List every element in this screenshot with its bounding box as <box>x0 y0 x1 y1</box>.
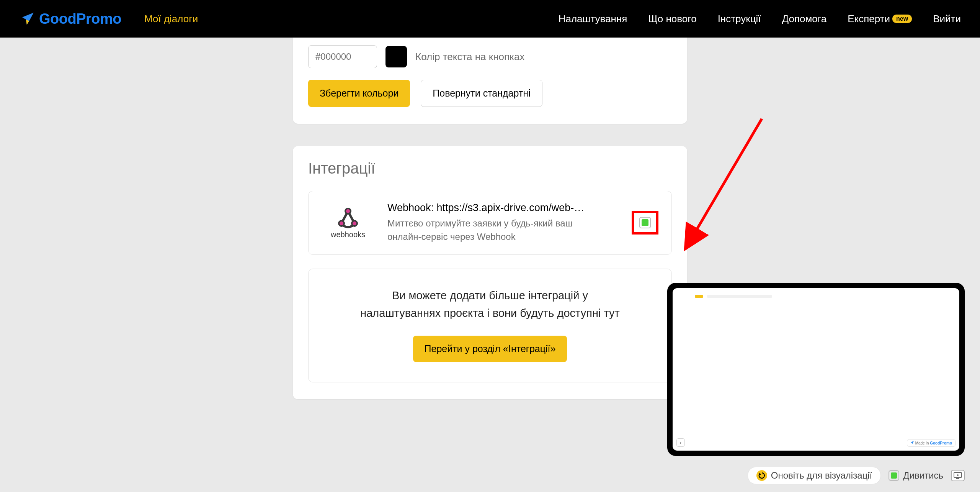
nav-right: Налаштування Що нового Інструкції Допомо… <box>559 13 961 25</box>
webhooks-icon: webhooks <box>319 207 377 239</box>
brand-prefix: Made in <box>915 441 929 445</box>
nav-settings[interactable]: Налаштування <box>559 13 627 25</box>
svg-point-4 <box>340 221 343 225</box>
go-to-integrations-button[interactable]: Перейти у розділ «Інтеграції» <box>413 336 567 362</box>
save-colors-button[interactable]: Зберегти кольори <box>308 80 410 107</box>
webhook-integration-item[interactable]: webhooks Webhook: https://s3.apix-drive.… <box>308 191 672 255</box>
color-row: Колір текста на кнопках <box>308 45 672 68</box>
more-line1: Ви можете додати більше інтеграцій у <box>392 289 588 302</box>
nav-experts-label: Експерти <box>848 13 890 25</box>
nav-experts[interactable]: Експерти new <box>848 13 912 25</box>
webhook-enable-checkbox[interactable] <box>639 217 651 228</box>
nav-instructions[interactable]: Інструкції <box>718 13 761 25</box>
checkbox-checked-icon <box>642 219 648 226</box>
brand-name: GoodPromo <box>930 441 952 445</box>
bottom-toolbar: Оновіть для візуалізації Дивитись <box>748 467 965 484</box>
more-line2: налаштуваннях проєкта і вони будуть дост… <box>360 307 620 319</box>
view-status-icon <box>889 470 899 481</box>
integrations-title: Інтеграції <box>308 160 672 177</box>
webhook-desc: Миттєво отримуйте заявки у будь-який ваш… <box>387 217 602 244</box>
device-preview-button[interactable] <box>951 470 965 481</box>
view-toggle[interactable]: Дивитись <box>889 470 943 481</box>
nav-help[interactable]: Допомога <box>782 13 827 25</box>
svg-point-3 <box>346 209 350 213</box>
color-buttons-row: Зберегти кольори Повернути стандартні <box>308 80 672 107</box>
more-integrations-card: Ви можете додати більше інтеграцій у нал… <box>308 269 672 383</box>
refresh-icon <box>756 470 767 481</box>
desktop-icon <box>954 472 962 479</box>
badge-new: new <box>892 15 912 23</box>
color-hex-input[interactable] <box>308 45 377 68</box>
webhook-checkbox-highlight <box>632 211 658 235</box>
refresh-label: Оновіть для візуалізації <box>771 470 872 481</box>
chevron-left-icon: ‹ <box>680 440 682 446</box>
preview-placeholder-line <box>707 295 772 298</box>
nav-logout[interactable]: Вийти <box>933 13 961 25</box>
brand-icon <box>910 441 914 445</box>
preview-collapse-button[interactable]: ‹ <box>676 438 685 447</box>
integrations-card: Інтеграції <box>293 146 687 399</box>
color-swatch[interactable] <box>385 46 407 67</box>
preview-brand-badge[interactable]: Made in GoodPromo <box>907 439 956 447</box>
svg-point-5 <box>353 221 356 225</box>
logo-icon <box>19 10 36 27</box>
preview-canvas: ‹ Made in GoodPromo <box>673 288 959 451</box>
logo-text: GoodPromo <box>39 11 121 27</box>
webhook-title: Webhook: https://s3.apix-drive.com/web-… <box>387 202 658 214</box>
center-column: Колір текста на кнопках Зберегти кольори… <box>293 38 687 421</box>
refresh-visualization-button[interactable]: Оновіть для візуалізації <box>748 467 881 484</box>
nav-my-dialogs[interactable]: Мої діалоги <box>144 13 198 25</box>
more-integrations-text: Ви можете додати більше інтеграцій у нал… <box>324 287 656 322</box>
color-label: Колір текста на кнопках <box>415 51 524 63</box>
view-label: Дивитись <box>903 470 943 481</box>
logo[interactable]: GoodPromo <box>19 10 121 27</box>
colors-card: Колір текста на кнопках Зберегти кольори… <box>293 38 687 124</box>
webhooks-icon-label: webhooks <box>331 230 365 239</box>
nav-whats-new[interactable]: Що нового <box>648 13 696 25</box>
svg-point-8 <box>957 474 959 476</box>
reset-colors-button[interactable]: Повернути стандартні <box>421 80 542 107</box>
preview-panel: ‹ Made in GoodPromo <box>667 283 965 456</box>
top-navbar: GoodPromo Мої діалоги Налаштування Що но… <box>0 0 980 38</box>
webhook-text: Webhook: https://s3.apix-drive.com/web-…… <box>387 202 658 244</box>
preview-accent-bar <box>695 295 703 298</box>
view-status-inner <box>891 472 897 479</box>
